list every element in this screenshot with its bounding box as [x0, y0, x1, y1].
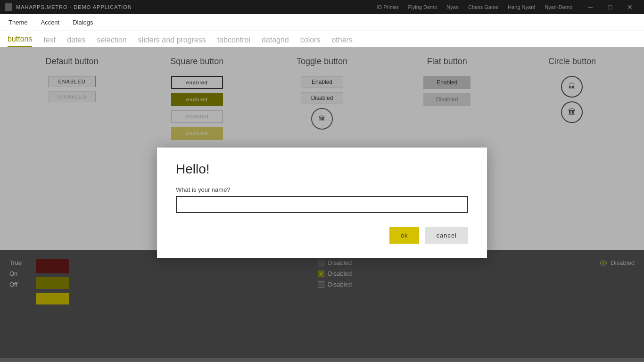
modal-overlay: Hello! What is your name? ok cancel — [0, 47, 644, 358]
modal-field-label: What is your name? — [176, 186, 468, 193]
app-icon — [5, 3, 12, 11]
title-bar-links: IO Primer Flying Demo Nyan Chess Game Ha… — [377, 4, 572, 10]
modal-dialog: Hello! What is your name? ok cancel — [157, 148, 487, 258]
tab-buttons[interactable]: buttons — [8, 35, 32, 47]
tab-colors[interactable]: colors — [300, 36, 321, 47]
tab-sliders[interactable]: sliders and progress — [138, 36, 206, 47]
maximize-button[interactable]: □ — [601, 0, 619, 14]
title-bar: MAHAPPS.METRO - DEMO APPLICATION IO Prim… — [0, 0, 644, 14]
app-title: MAHAPPS.METRO - DEMO APPLICATION — [16, 4, 132, 10]
tab-others[interactable]: others — [331, 36, 352, 47]
tb-link-5[interactable]: Hang Nyan! — [508, 4, 535, 10]
nav-tabs: buttons text dates selection sliders and… — [0, 31, 644, 47]
modal-ok-button[interactable]: ok — [389, 227, 420, 244]
tab-selection[interactable]: selection — [97, 36, 126, 47]
tab-datagrid[interactable]: datagrid — [262, 36, 289, 47]
menu-accent[interactable]: Accent — [38, 17, 62, 28]
tb-link-1[interactable]: IO Primer — [377, 4, 399, 10]
modal-name-input[interactable] — [176, 196, 468, 213]
menu-dialogs[interactable]: Dialogs — [70, 17, 96, 28]
tab-tabcontrol[interactable]: tabcontrol — [217, 36, 250, 47]
window-controls: ─ □ ✕ — [581, 0, 639, 14]
close-button[interactable]: ✕ — [620, 0, 639, 14]
minimize-button[interactable]: ─ — [581, 0, 600, 14]
tb-link-2[interactable]: Flying Demo — [408, 4, 438, 10]
tb-link-6[interactable]: Nyan-Demo — [545, 4, 572, 10]
main-content: Default button Square button Toggle butt… — [0, 47, 644, 358]
tb-link-4[interactable]: Chess Game — [468, 4, 498, 10]
modal-buttons: ok cancel — [176, 227, 468, 244]
tab-text[interactable]: text — [43, 36, 56, 47]
tb-link-3[interactable]: Nyan — [446, 4, 459, 10]
modal-cancel-button[interactable]: cancel — [425, 227, 468, 244]
menu-bar: Theme Accent Dialogs — [0, 14, 644, 31]
menu-theme[interactable]: Theme — [6, 17, 30, 28]
tab-dates[interactable]: dates — [67, 36, 85, 47]
modal-title: Hello! — [176, 162, 468, 177]
